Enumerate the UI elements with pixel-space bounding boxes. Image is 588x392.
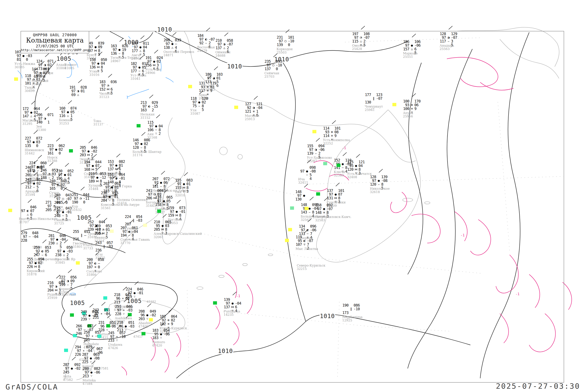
cloud-cover-icon: ● <box>88 356 93 360</box>
station-label: Мыс Лопатка <box>296 247 318 251</box>
cloud-cover-icon: ● <box>181 182 186 186</box>
cloud-cover-icon: ● <box>137 66 142 69</box>
station-plot: 236055 97●-01 204⌣8 5 Комсомольск-на-Аму… <box>99 191 120 206</box>
weather-symbol-icon: ⋈ <box>86 153 91 157</box>
cloud-cover-icon: ◐ <box>40 249 45 253</box>
station-id-label: 47417 <box>133 335 143 338</box>
cloud-cover-icon: ● <box>31 140 36 144</box>
station-wmo-id: 32215 <box>297 267 307 271</box>
station-highlight-marker <box>234 106 238 109</box>
cloud-cover-icon: ∗ <box>114 335 119 338</box>
cloud-cover-icon: ◑ <box>313 148 318 152</box>
station-wmo-id: 31442 <box>25 152 35 155</box>
station-wmo-id: 31484 <box>88 187 98 191</box>
station-plot: 200058 97◐— 197≡0 ≡ Сосуново 31866 <box>84 258 106 273</box>
weather-symbol-icon: ≡ <box>93 265 98 269</box>
station-label: Петропавловск-Камч. 32583 <box>315 216 352 222</box>
station-plot: 190086 ∥-10 173 Nagykanizsa 12925 <box>340 304 362 314</box>
weather-symbol-icon: ∵ <box>87 317 92 321</box>
station-plot: 287092 97●-02 245 Akita 47582 <box>61 363 82 374</box>
cloud-cover-icon: ● <box>28 110 34 114</box>
cloud-cover-icon: ◔ <box>78 196 83 200</box>
weather-symbol-icon <box>102 248 106 252</box>
station-label: Архара 31594 <box>25 190 37 196</box>
cloud-cover-icon: ● <box>132 291 137 295</box>
station-highlight-marker <box>142 332 146 335</box>
station-plot: 125121 95●04 120⋈8 ▽3 Усть-Камчатск 3240… <box>345 160 366 175</box>
weather-symbol-icon: ⌣ <box>196 104 202 108</box>
station-wmo-id: 31295 <box>22 122 32 126</box>
isobar-value-label: 1010 <box>218 348 233 354</box>
cloud-cover-icon: ◑ <box>222 42 227 46</box>
station-plot: 208039 97●— 138△4 6 Охотский Перевоз 248… <box>162 38 183 53</box>
station-highlight-marker <box>103 296 107 300</box>
cloud-cover-icon: ◑ <box>42 116 48 120</box>
cloud-cover-icon: ● <box>160 224 165 228</box>
station-label: Марково 25551 <box>403 52 418 58</box>
cloud-cover-icon: ◐ <box>93 262 98 265</box>
station-label: Советская Гавань 31770 <box>120 238 150 245</box>
cloud-cover-icon: ◑ <box>54 284 58 288</box>
station-wmo-id: 32583 <box>315 218 325 222</box>
cloud-cover-icon: ◐ <box>146 104 152 108</box>
weather-symbol-icon: △ <box>61 253 66 257</box>
station-wmo-id: 31123 <box>99 95 109 99</box>
cloud-cover-icon: ● <box>93 45 98 49</box>
cloud-cover-icon: ● <box>302 194 306 197</box>
station-label: Бомнак 31253 <box>59 118 72 125</box>
weather-symbol-icon: ⋈ <box>33 265 38 268</box>
station-highlight-marker <box>290 206 294 210</box>
weather-symbol-icon: ⋈ <box>95 179 100 183</box>
station-id-label: 47402 <box>146 300 156 304</box>
weather-symbol-icon: ⋈ <box>333 196 338 200</box>
station-wmo-id: 32408 <box>347 175 357 179</box>
station-wmo-id: 31174 <box>132 153 142 157</box>
cloud-cover-icon: ∥ <box>348 307 354 311</box>
cloud-cover-icon: — <box>27 235 32 238</box>
station-plot: 160074 97●05 116△1 5 Бомнак 31253 <box>57 106 78 121</box>
station-plot: 146086 97●02 128⌣8 ∵5 Большой Шантар 311… <box>130 138 152 153</box>
station-label: Коркодон 25503 <box>276 48 293 54</box>
station-highlight-marker <box>304 207 308 210</box>
station-label: Угино 31016 <box>90 70 99 77</box>
cloud-cover-icon: ● <box>89 370 94 374</box>
cloud-cover-icon: ● <box>161 199 166 203</box>
isoline-value-label: -1 <box>236 294 240 298</box>
station-wmo-id: 32061 <box>154 235 164 239</box>
cloud-cover-icon: ● <box>95 176 100 179</box>
weather-symbol-icon: △ <box>25 213 30 216</box>
station-label: Красный Яр 31845 <box>55 258 75 264</box>
station-label: Чюльбю 31123 <box>99 92 113 99</box>
station-wmo-id: 47584 <box>82 382 92 386</box>
cloud-cover-icon: ● <box>90 164 95 168</box>
station-highlight-marker <box>69 149 73 152</box>
station-plot: 191028 97◑01 69△ <box>67 86 88 97</box>
station-plot: 158050 97●04 136⋈8 ▽5 Угино 31016 <box>88 58 108 73</box>
cloud-cover-icon: ● <box>35 165 40 168</box>
station-label: Abashiri 47409 <box>138 322 152 328</box>
cloud-cover-icon: ● <box>109 186 114 189</box>
station-wmo-id: 24967 <box>110 59 120 63</box>
station-wmo-id: 32618 <box>370 190 380 194</box>
cloud-cover-icon: ● <box>340 162 345 166</box>
station-label: Гвасюги 31801 <box>73 242 87 248</box>
station-label: Уля 31087 <box>190 109 200 116</box>
cloud-cover-icon: ● <box>61 249 66 253</box>
weather-symbol-icon <box>271 67 276 71</box>
station-plot: 197011 97●04 177△8 ▽5 Амга 24962 <box>130 42 151 56</box>
station-wmo-id: 31725 <box>54 222 64 225</box>
station-label: Томмот 31005 <box>64 63 77 70</box>
cloud-cover-icon: ● <box>86 149 91 153</box>
station-plot: 210058 97◑-07 137△2 6 Оймякон 24688 <box>214 38 234 54</box>
cloud-cover-icon: ● <box>196 100 202 104</box>
station-highlight-marker <box>98 334 101 338</box>
station-label: Оймякон 24688 <box>216 51 230 58</box>
station-wmo-id: 25428 <box>352 47 362 51</box>
station-label: Чемурнаут 25941 <box>365 105 383 112</box>
cloud-cover-icon: ○ <box>271 63 276 67</box>
station-plot: 205046 97●-02 203⋈2 ≡3 Экимчан 31329 <box>78 146 99 160</box>
weather-symbol-icon: ⌣ <box>117 52 122 55</box>
weather-symbol-icon: ∵ <box>158 336 164 340</box>
station-label: Хуларин 31484 <box>88 184 102 191</box>
weather-symbol-icon: — <box>304 173 310 177</box>
